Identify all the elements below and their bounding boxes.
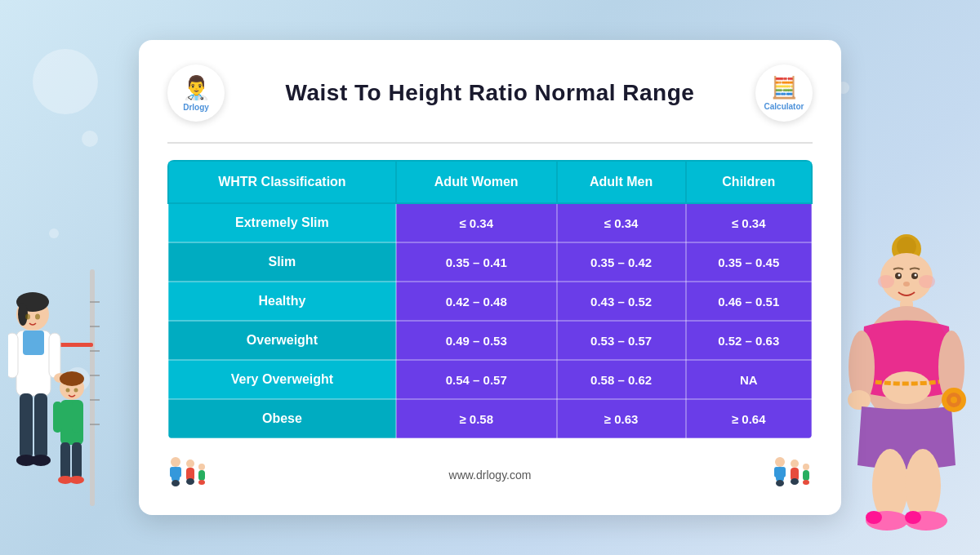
svg-rect-82 (803, 470, 809, 481)
svg-point-81 (803, 464, 809, 470)
svg-point-80 (791, 478, 799, 485)
cell-adult_men: 0.43 – 0.52 (557, 282, 686, 321)
svg-point-41 (898, 274, 901, 277)
bg-decoration (49, 229, 59, 238)
svg-rect-64 (170, 467, 175, 477)
cell-classification: Extremely Slim (168, 203, 396, 242)
cell-adult_women: 0.49 – 0.53 (396, 321, 557, 360)
cell-children: 0.46 – 0.51 (686, 282, 812, 321)
cell-adult_women: 0.54 – 0.57 (396, 360, 557, 399)
svg-point-38 (919, 275, 935, 288)
col-header-children: Children (686, 161, 812, 203)
svg-point-31 (69, 476, 84, 484)
svg-point-33 (74, 388, 78, 393)
table-header-row: WHTR Classification Adult Women Adult Me… (168, 161, 812, 203)
svg-rect-14 (8, 333, 18, 378)
svg-point-51 (848, 390, 871, 410)
svg-point-83 (803, 480, 809, 485)
whtr-table: WHTR Classification Adult Women Adult Me… (167, 160, 813, 439)
cell-classification: Healthy (168, 282, 396, 321)
svg-rect-15 (49, 333, 60, 378)
table-row: Slim0.35 – 0.410.35 – 0.420.35 – 0.45 (168, 242, 812, 282)
bg-decoration (33, 49, 98, 114)
svg-point-57 (866, 511, 882, 524)
svg-rect-65 (176, 467, 181, 477)
svg-rect-27 (72, 402, 81, 433)
left-illustration (8, 261, 122, 522)
svg-point-11 (18, 303, 28, 326)
svg-point-58 (905, 511, 921, 524)
cell-children: 0.35 – 0.45 (686, 242, 812, 282)
cell-classification: Overweight (168, 321, 396, 360)
cell-classification: Obese (168, 399, 396, 438)
svg-point-22 (35, 314, 40, 320)
svg-rect-0 (90, 269, 95, 506)
svg-point-77 (776, 480, 784, 486)
svg-point-24 (60, 371, 84, 386)
svg-rect-17 (20, 393, 33, 459)
svg-rect-75 (774, 467, 779, 477)
cell-children: 0.52 – 0.63 (686, 321, 812, 360)
drlogy-icon: 👨‍⚕️ (182, 74, 211, 101)
svg-rect-76 (781, 467, 786, 477)
header-divider (167, 142, 813, 144)
svg-rect-18 (34, 393, 47, 459)
svg-point-67 (186, 460, 194, 468)
calc-label: Calculator (764, 102, 804, 111)
cell-adult_men: ≥ 0.63 (557, 399, 686, 438)
footer-icon-left (167, 455, 208, 495)
cell-adult_men: ≤ 0.34 (557, 203, 686, 242)
bg-decoration (82, 131, 98, 147)
col-header-adult-women: Adult Women (396, 161, 557, 203)
svg-rect-13 (23, 331, 44, 355)
page-title: Waist To Height Ratio Normal Range (225, 80, 755, 106)
table-row: Overweight0.49 – 0.530.53 – 0.570.52 – 0… (168, 321, 812, 360)
cell-adult_men: 0.58 – 0.62 (557, 360, 686, 399)
cell-adult_men: 0.35 – 0.42 (557, 242, 686, 282)
svg-point-42 (915, 274, 917, 277)
svg-point-20 (31, 455, 51, 466)
cell-children: NA (686, 360, 812, 399)
table-row: Extremely Slim≤ 0.34≤ 0.34≤ 0.34 (168, 203, 812, 242)
svg-point-47 (882, 371, 931, 404)
table-row: Healthy0.42 – 0.480.43 – 0.520.46 – 0.51 (168, 282, 812, 321)
svg-rect-71 (198, 470, 205, 481)
calculator-icon: 🧮 (771, 75, 797, 100)
svg-point-66 (172, 480, 180, 486)
svg-point-70 (198, 464, 205, 470)
cell-adult_women: 0.35 – 0.41 (396, 242, 557, 282)
main-card: 👨‍⚕️ Drlogy Waist To Height Ratio Normal… (139, 40, 841, 515)
svg-rect-29 (72, 442, 82, 479)
footer-url: www.drlogy.com (449, 468, 532, 482)
svg-point-21 (25, 314, 30, 320)
svg-point-37 (878, 275, 894, 288)
svg-point-72 (198, 480, 205, 485)
cell-adult_men: 0.53 – 0.57 (557, 321, 686, 360)
cell-adult_women: ≤ 0.34 (396, 203, 557, 242)
cell-adult_women: 0.42 – 0.48 (396, 282, 557, 321)
svg-point-32 (66, 388, 70, 393)
svg-point-43 (903, 282, 910, 286)
card-footer: www.drlogy.com (167, 455, 813, 495)
right-illustration (841, 229, 972, 539)
calculator-badge: 🧮 Calculator (755, 64, 813, 122)
cell-children: ≤ 0.34 (686, 203, 812, 242)
table-row: Very Overweight0.54 – 0.570.58 – 0.62NA (168, 360, 812, 399)
svg-point-61 (951, 397, 957, 403)
svg-rect-26 (53, 402, 62, 433)
card-header: 👨‍⚕️ Drlogy Waist To Height Ratio Normal… (167, 64, 813, 122)
svg-point-69 (186, 478, 194, 485)
col-header-classification: WHTR Classification (168, 161, 396, 203)
cell-classification: Very Overweight (168, 360, 396, 399)
cell-children: ≥ 0.64 (686, 399, 812, 438)
svg-point-78 (791, 460, 799, 468)
svg-point-62 (171, 457, 180, 467)
logo-badge: 👨‍⚕️ Drlogy (167, 64, 225, 122)
svg-rect-28 (60, 442, 70, 479)
data-table-wrapper: WHTR Classification Adult Women Adult Me… (167, 160, 813, 439)
svg-point-73 (775, 457, 785, 467)
cell-classification: Slim (168, 242, 396, 282)
svg-rect-7 (57, 343, 93, 347)
footer-icon-right (772, 455, 813, 495)
cell-adult_women: ≥ 0.58 (396, 399, 557, 438)
